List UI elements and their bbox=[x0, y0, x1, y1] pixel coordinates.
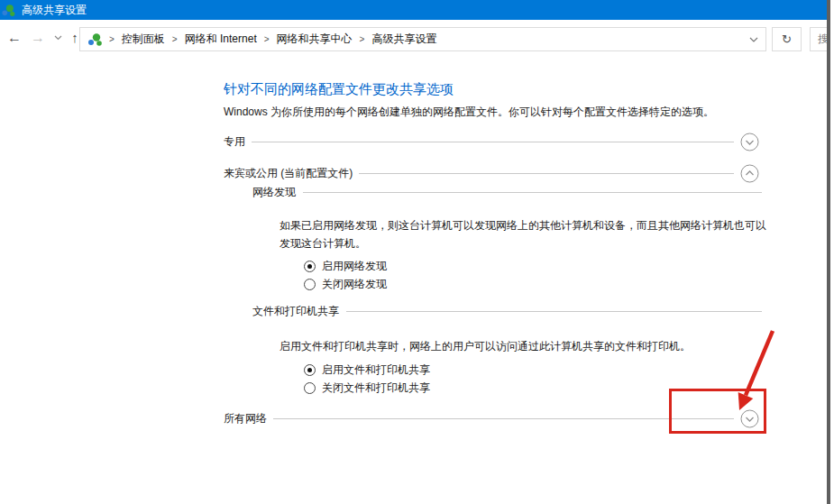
expand-private-chevron-down-icon[interactable] bbox=[740, 133, 759, 151]
radio-disable-network-discovery[interactable]: 关闭网络发现 bbox=[304, 275, 387, 293]
page-subtitle: Windows 为你所使用的每个网络创建单独的网络配置文件。你可以针对每个配置文… bbox=[224, 105, 714, 120]
section-guest-public-profile: 来宾或公用 (当前配置文件) bbox=[224, 163, 759, 183]
network-discovery-radio-group: 启用网络发现 关闭网络发现 bbox=[304, 257, 387, 293]
network-discovery-title: 网络发现 bbox=[252, 185, 296, 200]
file-printer-sharing-title: 文件和打印机共享 bbox=[252, 304, 339, 319]
breadcrumb-separator-icon: > bbox=[172, 34, 178, 44]
refresh-button[interactable]: ↻ bbox=[772, 27, 802, 51]
radio-selected-icon[interactable] bbox=[304, 364, 316, 376]
breadcrumb-network-sharing-center[interactable]: 网络和共享中心 bbox=[277, 32, 353, 47]
section-private-profile: 专用 bbox=[224, 132, 759, 151]
subsection-divider bbox=[303, 192, 762, 193]
history-dropdown-icon[interactable] bbox=[50, 20, 65, 55]
annotation-arrow-icon bbox=[703, 320, 784, 424]
radio-label: 启用网络发现 bbox=[322, 259, 387, 274]
navigation-toolbar: ← → ↑ > 控制面板 > 网络和 Internet > 网络和共享中心 > … bbox=[0, 20, 827, 55]
search-input[interactable]: 搜索 bbox=[810, 27, 827, 51]
breadcrumb-network-internet[interactable]: 网络和 Internet bbox=[185, 32, 257, 47]
section-divider bbox=[252, 142, 734, 142]
subsection-file-printer-sharing: 文件和打印机共享 bbox=[252, 303, 762, 319]
address-bar[interactable]: > 控制面板 > 网络和 Internet > 网络和共享中心 > 高级共享设置 bbox=[79, 27, 766, 51]
page-title: 针对不同的网络配置文件更改共享选项 bbox=[224, 81, 454, 98]
section-divider bbox=[273, 418, 734, 419]
breadcrumb-control-panel[interactable]: 控制面板 bbox=[122, 32, 165, 47]
radio-enable-file-printer-sharing[interactable]: 启用文件和打印机共享 bbox=[304, 361, 430, 379]
section-all-networks-label: 所有网络 bbox=[224, 411, 267, 426]
file-printer-sharing-radio-group: 启用文件和打印机共享 关闭文件和打印机共享 bbox=[304, 361, 430, 397]
radio-label: 关闭网络发现 bbox=[322, 277, 387, 292]
title-bar: 高级共享设置 bbox=[0, 0, 827, 20]
network-app-icon bbox=[2, 4, 15, 17]
radio-unselected-icon[interactable] bbox=[304, 382, 316, 394]
radio-selected-icon[interactable] bbox=[304, 261, 316, 272]
breadcrumb-separator-icon: > bbox=[264, 34, 270, 44]
network-location-icon bbox=[87, 32, 102, 47]
network-discovery-description: 如果已启用网络发现，则这台计算机可以发现网络上的其他计算机和设备，而且其他网络计… bbox=[280, 216, 775, 252]
file-printer-sharing-description: 启用文件和打印机共享时，网络上的用户可以访问通过此计算机共享的文件和打印机。 bbox=[280, 337, 775, 355]
radio-label: 启用文件和打印机共享 bbox=[322, 362, 430, 378]
subsection-divider bbox=[346, 311, 762, 312]
advanced-sharing-window: 高级共享设置 ← → ↑ > 控制面板 > 网络和 Internet > bbox=[0, 0, 827, 504]
radio-label: 关闭文件和打印机共享 bbox=[322, 380, 430, 396]
section-guest-public-label: 来宾或公用 (当前配置文件) bbox=[224, 166, 353, 181]
radio-disable-file-printer-sharing[interactable]: 关闭文件和打印机共享 bbox=[304, 379, 430, 397]
collapse-guest-public-chevron-up-icon[interactable] bbox=[740, 164, 759, 183]
section-private-label: 专用 bbox=[224, 134, 245, 150]
section-divider bbox=[359, 173, 734, 174]
radio-unselected-icon[interactable] bbox=[304, 279, 316, 290]
subsection-network-discovery: 网络发现 bbox=[252, 184, 762, 200]
search-placeholder: 搜索 bbox=[818, 32, 827, 47]
radio-enable-network-discovery[interactable]: 启用网络发现 bbox=[304, 257, 387, 275]
breadcrumb-separator-icon: > bbox=[360, 34, 365, 44]
breadcrumb-advanced-sharing[interactable]: 高级共享设置 bbox=[371, 32, 436, 47]
breadcrumb-separator-icon: > bbox=[109, 34, 115, 44]
window-title: 高级共享设置 bbox=[22, 3, 87, 18]
refresh-icon: ↻ bbox=[782, 32, 792, 46]
addressbar-dropdown-icon[interactable] bbox=[749, 37, 758, 42]
back-icon[interactable]: ← bbox=[4, 20, 25, 55]
window-right-edge bbox=[827, 0, 830, 504]
forward-icon[interactable]: → bbox=[27, 20, 49, 55]
screenshot-page: 高级共享设置 ← → ↑ > 控制面板 > 网络和 Internet > bbox=[0, 0, 834, 504]
